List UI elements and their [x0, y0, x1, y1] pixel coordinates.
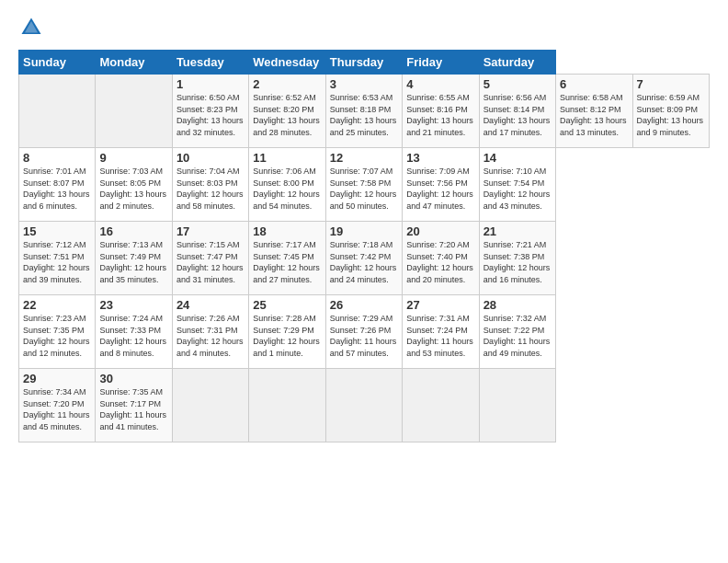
empty-cell [96, 75, 172, 148]
day-cell-5: 5Sunrise: 6:56 AMSunset: 8:14 PMDaylight… [479, 75, 555, 148]
day-info: Sunrise: 7:20 AMSunset: 7:40 PMDaylight:… [406, 240, 473, 284]
day-cell-25: 25Sunrise: 7:28 AMSunset: 7:29 PMDayligh… [249, 295, 325, 369]
day-info: Sunrise: 7:32 AMSunset: 7:22 PMDaylight:… [483, 314, 551, 358]
day-number: 24 [176, 298, 245, 312]
day-number: 26 [330, 298, 398, 312]
logo [18, 15, 48, 40]
day-info: Sunrise: 7:04 AMSunset: 8:03 PMDaylight:… [176, 167, 244, 211]
day-number: 7 [637, 77, 706, 91]
day-number: 13 [406, 151, 474, 165]
day-number: 10 [176, 151, 245, 165]
day-info: Sunrise: 7:23 AMSunset: 7:35 PMDaylight:… [23, 314, 90, 358]
day-header-thursday: Thursday [325, 51, 402, 75]
day-number: 11 [253, 151, 321, 165]
calendar-page: SundayMondayTuesdayWednesdayThursdayFrid… [0, 0, 728, 452]
week-row-2: 8Sunrise: 7:01 AMSunset: 8:07 PMDaylight… [19, 148, 710, 222]
day-number: 2 [253, 77, 321, 91]
day-info: Sunrise: 7:26 AMSunset: 7:31 PMDaylight:… [176, 314, 244, 358]
empty-cell [403, 369, 479, 442]
day-cell-17: 17Sunrise: 7:15 AMSunset: 7:47 PMDayligh… [172, 222, 248, 295]
day-info: Sunrise: 7:21 AMSunset: 7:38 PMDaylight:… [483, 240, 551, 284]
day-header-tuesday: Tuesday [172, 51, 248, 75]
day-cell-28: 28Sunrise: 7:32 AMSunset: 7:22 PMDayligh… [479, 295, 555, 369]
day-number: 14 [483, 151, 552, 165]
day-number: 21 [483, 224, 552, 238]
header [18, 15, 710, 40]
day-header-sunday: Sunday [19, 51, 96, 75]
day-cell-1: 1Sunrise: 6:50 AMSunset: 8:23 PMDaylight… [172, 75, 248, 148]
day-info: Sunrise: 6:56 AMSunset: 8:14 PMDaylight:… [483, 93, 551, 137]
day-number: 16 [99, 224, 167, 238]
day-number: 19 [330, 224, 398, 238]
day-cell-20: 20Sunrise: 7:20 AMSunset: 7:40 PMDayligh… [403, 222, 479, 295]
day-number: 6 [560, 77, 628, 91]
day-number: 1 [176, 77, 245, 91]
day-info: Sunrise: 7:24 AMSunset: 7:33 PMDaylight:… [99, 314, 166, 358]
day-cell-6: 6Sunrise: 6:58 AMSunset: 8:12 PMDaylight… [556, 75, 632, 148]
day-info: Sunrise: 7:13 AMSunset: 7:49 PMDaylight:… [99, 240, 166, 284]
day-info: Sunrise: 6:58 AMSunset: 8:12 PMDaylight:… [560, 93, 627, 137]
empty-cell [19, 75, 96, 148]
week-row-1: 1Sunrise: 6:50 AMSunset: 8:23 PMDaylight… [19, 75, 710, 148]
day-info: Sunrise: 7:31 AMSunset: 7:24 PMDaylight:… [406, 314, 473, 358]
day-info: Sunrise: 6:53 AMSunset: 8:18 PMDaylight:… [330, 93, 397, 137]
day-info: Sunrise: 7:17 AMSunset: 7:45 PMDaylight:… [253, 240, 320, 284]
day-number: 18 [253, 224, 321, 238]
day-cell-10: 10Sunrise: 7:04 AMSunset: 8:03 PMDayligh… [172, 148, 248, 222]
day-number: 25 [253, 298, 321, 312]
day-cell-9: 9Sunrise: 7:03 AMSunset: 8:05 PMDaylight… [96, 148, 172, 222]
day-cell-23: 23Sunrise: 7:24 AMSunset: 7:33 PMDayligh… [96, 295, 172, 369]
day-info: Sunrise: 7:18 AMSunset: 7:42 PMDaylight:… [330, 240, 397, 284]
day-cell-4: 4Sunrise: 6:55 AMSunset: 8:16 PMDaylight… [403, 75, 479, 148]
calendar-table: SundayMondayTuesdayWednesdayThursdayFrid… [18, 50, 710, 442]
week-row-5: 29Sunrise: 7:34 AMSunset: 7:20 PMDayligh… [19, 369, 710, 442]
day-info: Sunrise: 7:03 AMSunset: 8:05 PMDaylight:… [99, 167, 166, 211]
day-cell-15: 15Sunrise: 7:12 AMSunset: 7:51 PMDayligh… [19, 222, 96, 295]
day-number: 22 [23, 298, 91, 312]
week-row-4: 22Sunrise: 7:23 AMSunset: 7:35 PMDayligh… [19, 295, 710, 369]
empty-cell [172, 369, 248, 442]
day-info: Sunrise: 6:50 AMSunset: 8:23 PMDaylight:… [176, 93, 244, 137]
day-cell-26: 26Sunrise: 7:29 AMSunset: 7:26 PMDayligh… [325, 295, 402, 369]
day-cell-27: 27Sunrise: 7:31 AMSunset: 7:24 PMDayligh… [403, 295, 479, 369]
days-header-row: SundayMondayTuesdayWednesdayThursdayFrid… [19, 51, 710, 75]
day-cell-2: 2Sunrise: 6:52 AMSunset: 8:20 PMDaylight… [249, 75, 325, 148]
day-number: 20 [406, 224, 474, 238]
day-cell-22: 22Sunrise: 7:23 AMSunset: 7:35 PMDayligh… [19, 295, 96, 369]
day-number: 30 [99, 372, 167, 385]
empty-cell [479, 369, 555, 442]
day-number: 9 [99, 151, 167, 165]
day-cell-11: 11Sunrise: 7:06 AMSunset: 8:00 PMDayligh… [249, 148, 325, 222]
day-number: 23 [99, 298, 167, 312]
day-cell-16: 16Sunrise: 7:13 AMSunset: 7:49 PMDayligh… [96, 222, 172, 295]
day-cell-24: 24Sunrise: 7:26 AMSunset: 7:31 PMDayligh… [172, 295, 248, 369]
day-cell-7: 7Sunrise: 6:59 AMSunset: 8:09 PMDaylight… [632, 75, 710, 148]
week-row-3: 15Sunrise: 7:12 AMSunset: 7:51 PMDayligh… [19, 222, 710, 295]
empty-cell [249, 369, 325, 442]
day-info: Sunrise: 7:09 AMSunset: 7:56 PMDaylight:… [406, 167, 473, 211]
day-info: Sunrise: 7:15 AMSunset: 7:47 PMDaylight:… [176, 240, 244, 284]
day-number: 5 [483, 77, 552, 91]
day-cell-12: 12Sunrise: 7:07 AMSunset: 7:58 PMDayligh… [325, 148, 402, 222]
day-info: Sunrise: 7:28 AMSunset: 7:29 PMDaylight:… [253, 314, 320, 358]
day-number: 28 [483, 298, 552, 312]
day-cell-19: 19Sunrise: 7:18 AMSunset: 7:42 PMDayligh… [325, 222, 402, 295]
day-info: Sunrise: 7:01 AMSunset: 8:07 PMDaylight:… [23, 167, 90, 211]
day-info: Sunrise: 7:35 AMSunset: 7:17 PMDaylight:… [99, 387, 166, 431]
day-cell-18: 18Sunrise: 7:17 AMSunset: 7:45 PMDayligh… [249, 222, 325, 295]
day-cell-29: 29Sunrise: 7:34 AMSunset: 7:20 PMDayligh… [19, 369, 96, 442]
day-info: Sunrise: 6:59 AMSunset: 8:09 PMDaylight:… [637, 93, 704, 137]
day-cell-13: 13Sunrise: 7:09 AMSunset: 7:56 PMDayligh… [403, 148, 479, 222]
day-info: Sunrise: 7:12 AMSunset: 7:51 PMDaylight:… [23, 240, 90, 284]
logo-icon [18, 15, 44, 40]
day-number: 15 [23, 224, 91, 238]
day-header-saturday: Saturday [479, 51, 555, 75]
day-info: Sunrise: 7:07 AMSunset: 7:58 PMDaylight:… [330, 167, 397, 211]
day-number: 17 [176, 224, 245, 238]
day-number: 4 [406, 77, 474, 91]
day-number: 27 [406, 298, 474, 312]
day-cell-14: 14Sunrise: 7:10 AMSunset: 7:54 PMDayligh… [479, 148, 555, 222]
day-info: Sunrise: 7:06 AMSunset: 8:00 PMDaylight:… [253, 167, 320, 211]
day-header-monday: Monday [96, 51, 172, 75]
day-header-wednesday: Wednesday [249, 51, 325, 75]
